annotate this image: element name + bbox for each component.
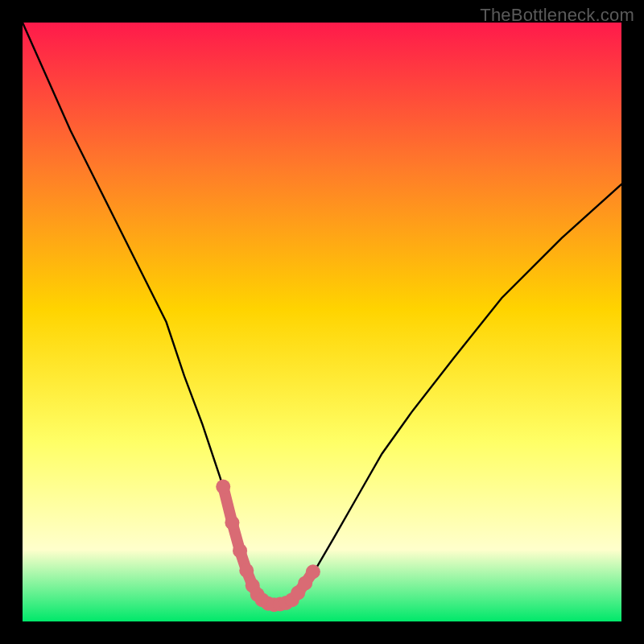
highlight-dot xyxy=(233,543,247,558)
highlight-dot xyxy=(225,515,239,530)
highlight-dot xyxy=(306,564,320,579)
highlight-dot xyxy=(239,564,254,578)
plot-area xyxy=(23,23,621,621)
gradient-background xyxy=(23,23,621,621)
highlight-dot xyxy=(216,480,230,494)
bottleneck-chart xyxy=(23,23,621,621)
chart-frame: TheBottleneck.com xyxy=(0,0,644,644)
